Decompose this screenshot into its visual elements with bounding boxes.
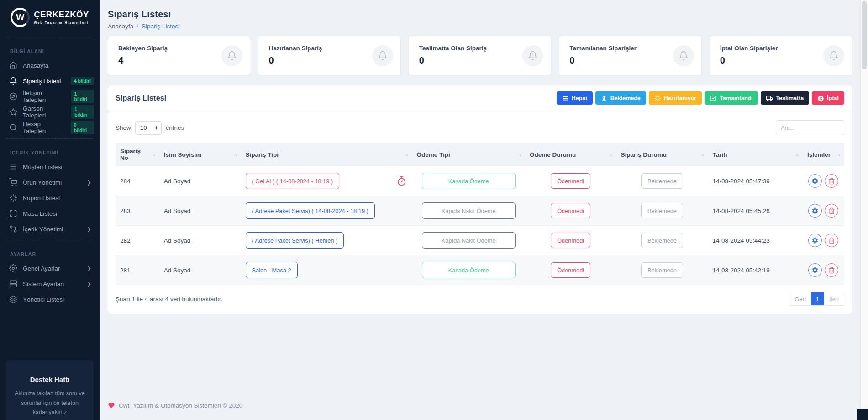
filter-teslimatta-button[interactable]: Teslimatta [761, 91, 809, 105]
chevron-right-icon: ❯ [87, 226, 94, 232]
bell-icon [673, 45, 694, 66]
order-status-button[interactable]: Beklemede [641, 203, 683, 218]
copyright-text: Cwt- Yazılım & Otomasyon Sistemleri © 20… [119, 402, 242, 409]
sidebar-item-label: Anasayfa [23, 62, 48, 69]
col-islemler[interactable]: İşlemler↑↓ [803, 143, 844, 166]
list-icon [9, 163, 17, 171]
delete-action-button[interactable] [825, 234, 838, 247]
sidebar-item-hesap-talepleri[interactable]: Hesap Talepleri 0 bildiri [0, 120, 100, 135]
breadcrumb-home[interactable]: Anasayfa [108, 23, 133, 30]
col-odeme-durumu[interactable]: Ödeme Durumu↑↓ [525, 143, 616, 166]
delete-action-button[interactable] [825, 174, 838, 188]
search-input[interactable] [776, 120, 844, 135]
column-label: Tarih [713, 151, 727, 158]
entries-select[interactable]: 10 ▲▼ [135, 121, 162, 135]
order-date: 14-08-2024 05:47:39 [708, 166, 803, 196]
spinner-icon [654, 95, 661, 101]
payment-status-button[interactable]: Ödenmedi [551, 173, 590, 189]
stat-label: Teslimatta Olan Sipariş [419, 45, 541, 52]
order-type-button[interactable]: ( Adrese Paket Servis) ( 14-08-2024 - 18… [246, 202, 375, 219]
col-tarih[interactable]: Tarih↑↓ [708, 143, 803, 166]
sidebar-item-kupon-listesi[interactable]: Kupon Listesi [0, 190, 100, 206]
scrollbar-thumb[interactable] [862, 1, 867, 69]
payment-type-button[interactable]: Kapıda Nakit Ödeme [422, 232, 516, 249]
col-odeme-tipi[interactable]: Ödeme Tipi↑↓ [412, 143, 525, 166]
order-status-button[interactable]: Beklemede [641, 262, 683, 278]
settings-action-button[interactable] [808, 234, 822, 247]
filter-beklemede-button[interactable]: Beklemede [595, 91, 646, 105]
filter-tamamlandi-button[interactable]: Tamamlandı [705, 91, 758, 105]
filter-buttons: Hepsi Beklemede Hazırlanıyor Tamamlandı … [557, 91, 844, 105]
order-type-button[interactable]: Salon - Masa 2 [246, 262, 298, 278]
brand-logo-icon: W [11, 8, 30, 27]
sidebar-item-garson-talepleri[interactable]: Garson Talepleri 1 bildiri [0, 104, 100, 120]
stat-label: Hazırlanan Sipariş [268, 45, 390, 52]
filter-iptal-button[interactable]: İptal [812, 91, 844, 105]
payment-type-button[interactable]: Kapıda Nakit Ödeme [422, 202, 516, 219]
search-icon [9, 123, 17, 132]
settings-action-button[interactable] [808, 174, 822, 188]
order-status-button[interactable]: Beklemede [641, 233, 683, 248]
sidebar-item-label: Genel Ayarlar [23, 265, 60, 272]
filter-hepsi-button[interactable]: Hepsi [557, 91, 593, 105]
column-label: Sipariş Durumu [621, 151, 667, 158]
select-arrows-icon: ▲▼ [155, 126, 158, 129]
breadcrumb: Anasayfa / Sipariş Listesi [108, 23, 852, 30]
sidebar-item-masa-listesi[interactable]: Masa Listesi [0, 206, 100, 221]
stats-row: Bekleyen Sipariş 4 Hazırlanan Sipariş 0 … [108, 36, 852, 76]
payment-status-button[interactable]: Ödenmedi [551, 203, 590, 218]
col-isim-soyisim[interactable]: İsim Soyisim↑↓ [159, 143, 241, 166]
pagination-next[interactable]: İleri [824, 292, 844, 305]
sidebar-item-anasayfa[interactable]: Anasayfa [0, 58, 100, 73]
col-siparis-durumu[interactable]: Sipariş Durumu↑↓ [616, 143, 708, 166]
sidebar-item-sistem-ayarlari[interactable]: Sistem Ayarları ❯ [0, 276, 100, 292]
sidebar-item-label: Sipariş Listesi [23, 78, 61, 85]
table-row: 281 Ad Soyad Salon - Masa 2 Kasada Ödeme… [116, 255, 844, 285]
payment-status-button[interactable]: Ödenmedi [551, 233, 590, 248]
settings-action-button[interactable] [808, 204, 822, 218]
settings-action-button[interactable] [808, 263, 822, 277]
column-label: İşlemler [807, 151, 831, 158]
order-type-button[interactable]: ( Adrese Paket Servis) ( Hemen ) [246, 232, 344, 249]
filter-label: Tamamlandı [720, 95, 752, 101]
sidebar-item-siparis-listesi[interactable]: Sipariş Listesi 4 bildiri [0, 73, 100, 89]
sidebar-item-label: Sistem Ayarları [23, 281, 64, 287]
sidebar-item-iletisim-talepleri[interactable]: İletişim Talepleri 1 bildiri [0, 89, 100, 104]
sort-icon: ↑↓ [403, 152, 408, 157]
sidebar-item-icerik-yonetimi[interactable]: İçerik Yönetimi ❯ [0, 221, 100, 237]
sidebar-item-label: Ürün Yönetimi [23, 179, 62, 186]
sidebar-item-label: İletişim Talepleri [23, 90, 66, 103]
pagination-page-1[interactable]: 1 [811, 292, 824, 305]
sidebar-item-yonetici-listesi[interactable]: Yönetici Listesi [0, 292, 100, 307]
delete-action-button[interactable] [825, 204, 838, 218]
entries-select-value: 10 [140, 124, 147, 131]
sort-icon: ↑↓ [232, 152, 237, 157]
stat-label: Bekleyen Sipariş [118, 45, 240, 52]
sidebar-item-urun-yonetimi[interactable]: Ürün Yönetimi ❯ [0, 175, 100, 190]
pagination-prev[interactable]: Geri [789, 292, 811, 305]
table-info: Şuan 1 ile 4 arası 4 veri bulunmaktadır. [116, 296, 222, 303]
payment-type-button[interactable]: Kasada Ödeme [422, 262, 516, 278]
col-siparis-tipi[interactable]: Sipariş Tipi↑↓ [241, 143, 412, 166]
order-status-button[interactable]: Beklemede [641, 173, 683, 189]
panel-header: Sipariş Listesi Hepsi Beklemede Hazırlan… [108, 85, 852, 111]
check-square-icon [710, 95, 716, 101]
brand-logo[interactable]: W ÇERKEZKÖY Web Tasarım Hizmetleri [0, 0, 100, 34]
payment-status-button[interactable]: Ödenmedi [551, 262, 590, 278]
gear-icon [9, 264, 17, 272]
order-type-button[interactable]: ( Gel Al ) ( 14-08-2024 - 18:19 ) [246, 173, 340, 189]
column-label: Ödeme Tipi [417, 151, 450, 158]
sidebar-item-genel-ayarlar[interactable]: Genel Ayarlar ❯ [0, 261, 100, 276]
page-scrollbar [860, 0, 868, 420]
sidebar-item-musteri-listesi[interactable]: Müşteri Listesi [0, 159, 100, 175]
order-no: 281 [116, 255, 159, 285]
filter-hazirlaniyor-button[interactable]: Hazırlanıyor [649, 91, 702, 105]
col-siparis-no[interactable]: Sipariş No↑↓ [116, 143, 159, 166]
chevron-right-icon: ❯ [87, 179, 94, 186]
column-label: İsim Soyisim [164, 151, 202, 158]
delete-action-button[interactable] [825, 263, 838, 277]
customer-name: Ad Soyad [159, 226, 241, 255]
payment-type-button[interactable]: Kasada Ödeme [422, 173, 516, 189]
notification-badge: 0 bildiri [71, 121, 94, 134]
cart-icon [9, 178, 17, 186]
